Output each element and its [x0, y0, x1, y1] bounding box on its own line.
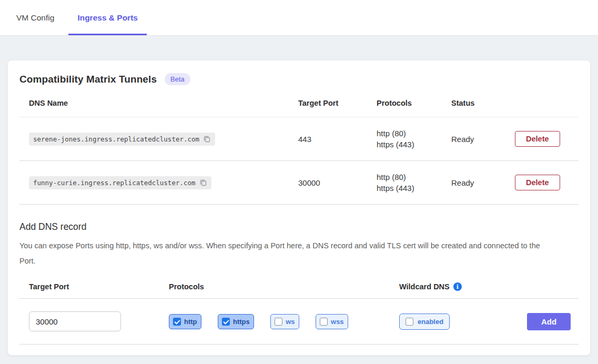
tunnels-table: DNS Name Target Port Protocols Status se…	[19, 93, 579, 205]
copy-icon[interactable]	[203, 135, 211, 143]
form-header-protocols: Protocols	[169, 282, 399, 291]
protocols-cell: http (80)https (443)	[377, 161, 451, 205]
dns-name: serene-jones.ingress.replicatedcluster.c…	[33, 135, 199, 143]
checkbox-icon	[320, 318, 328, 326]
wildcard-enabled-checkbox[interactable]: enabled	[399, 314, 450, 330]
tab-vm-config[interactable]: VM Config	[16, 0, 54, 35]
table-row: funny-curie.ingress.replicatedcluster.co…	[19, 161, 579, 205]
target-port-cell: 30000	[298, 161, 377, 205]
card-title: Compatibility Matrix Tunnels	[19, 74, 157, 85]
col-header-protocols: Protocols	[377, 93, 451, 117]
dns-name-pill: funny-curie.ingress.replicatedcluster.co…	[29, 176, 211, 189]
protocol-checkbox-label: ws	[286, 318, 295, 326]
add-button[interactable]: Add	[527, 313, 571, 330]
dns-name-pill: serene-jones.ingress.replicatedcluster.c…	[29, 133, 215, 146]
info-icon[interactable]: i	[453, 282, 462, 291]
protocol-checkbox[interactable]: wss	[316, 314, 348, 329]
form-header-target-port: Target Port	[29, 282, 169, 291]
protocols-cell: http (80)https (443)	[377, 117, 451, 161]
delete-button[interactable]: Delete	[515, 175, 560, 190]
add-dns-title: Add DNS record	[19, 221, 579, 232]
wildcard-checkbox-label: enabled	[418, 318, 443, 326]
page-body: Compatibility Matrix Tunnels Beta DNS Na…	[0, 36, 598, 356]
col-header-target-port: Target Port	[298, 93, 377, 117]
status-cell: Ready	[451, 117, 515, 161]
protocol-checkbox-label: http	[184, 318, 197, 326]
add-dns-description: You can expose Ports using http, https, …	[19, 238, 551, 269]
protocol-checkbox[interactable]: http	[169, 314, 201, 329]
dns-name: funny-curie.ingress.replicatedcluster.co…	[33, 179, 196, 187]
copy-icon[interactable]	[199, 179, 207, 187]
checkbox-icon	[275, 318, 282, 326]
protocol-checkbox-label: wss	[331, 318, 344, 326]
beta-badge: Beta	[165, 73, 190, 85]
protocol-checkbox[interactable]: ws	[270, 314, 299, 329]
target-port-input[interactable]	[29, 311, 121, 331]
checkbox-icon	[173, 318, 181, 326]
target-port-cell: 443	[298, 117, 377, 161]
form-header-wildcard-dns: Wildcard DNS i	[399, 282, 527, 291]
checkbox-icon	[406, 318, 413, 326]
tunnels-card: Compatibility Matrix Tunnels Beta DNS Na…	[7, 60, 591, 356]
card-header: Compatibility Matrix Tunnels Beta	[19, 73, 579, 85]
tab-ingress-ports[interactable]: Ingress & Ports	[68, 0, 147, 35]
protocol-checkbox[interactable]: https	[218, 314, 254, 329]
col-header-actions	[515, 93, 579, 117]
protocol-checkbox-label: https	[233, 318, 250, 326]
protocol-options: http https ws wss	[169, 314, 399, 329]
tab-bar: VM Config Ingress & Ports	[0, 0, 598, 36]
checkbox-icon	[222, 318, 230, 326]
status-cell: Ready	[451, 161, 515, 205]
col-header-status: Status	[451, 93, 515, 117]
col-header-dns-name: DNS Name	[19, 93, 298, 117]
add-dns-form-row: http https ws wss enabled Add	[19, 298, 579, 345]
add-dns-form-headers: Target Port Protocols Wildcard DNS i	[19, 269, 579, 298]
delete-button[interactable]: Delete	[515, 131, 560, 147]
table-row: serene-jones.ingress.replicatedcluster.c…	[19, 117, 579, 161]
